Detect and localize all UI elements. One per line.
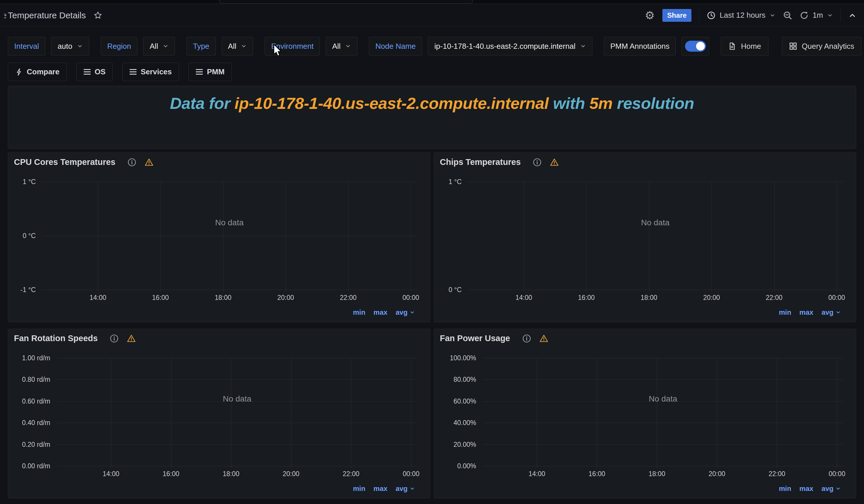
os-link[interactable]: OS [76, 63, 113, 81]
info-icon[interactable] [533, 158, 541, 167]
chevron-down-icon [410, 310, 415, 315]
plot-area[interactable]: No data 14:0016:0018:0020:0022:0000:00 [57, 358, 417, 466]
panel-header[interactable]: Chips Temperatures [440, 157, 850, 167]
navbar-actions: ⚙ Share Last 12 hours 1m [645, 9, 856, 22]
divider [699, 9, 699, 22]
dashboard-title[interactable]: Temperature Details [8, 11, 86, 20]
y-tick-label: 80.00% [454, 376, 476, 383]
interval-select[interactable]: auto [51, 37, 89, 56]
y-tick-label: 60.00% [454, 397, 476, 405]
warning-icon[interactable] [550, 158, 559, 167]
chart-fan-rotation-speeds: 1.00 rd/m0.80 rd/m0.60 rd/m0.40 rd/m0.20… [14, 358, 417, 466]
query-analytics-button[interactable]: Query Analytics [782, 37, 862, 56]
pmm-link[interactable]: PMM [189, 63, 232, 81]
legend-avg[interactable]: avg [821, 484, 841, 493]
node-name-select[interactable]: ip-10-178-1-40.us-east-2.compute.interna… [428, 37, 592, 56]
banner-node-name: ip-10-178-1-40.us-east-2.compute.interna… [235, 94, 549, 112]
chart-cpu-cores-temperatures: 1 °C0 °C-1 °C No data 14:0016:0018:0020:… [14, 182, 417, 290]
filter-pmm-annotations: PMM Annotations [604, 37, 709, 56]
legend-avg[interactable]: avg [396, 308, 415, 317]
panel-cpu-cores-temperatures: CPU Cores Temperatures 1 °C0 °C-1 °C No … [8, 152, 430, 322]
panel-title: Fan Power Usage [440, 334, 510, 343]
x-tick-label: 20:00 [709, 470, 725, 478]
plot-area[interactable]: No data 14:0016:0018:0020:0022:0000:00 [467, 182, 843, 290]
menu-icon [196, 69, 203, 75]
legend-max[interactable]: max [800, 308, 814, 317]
legend-max[interactable]: max [800, 484, 814, 493]
info-icon[interactable] [110, 334, 119, 343]
filters-right-actions: Home Query Analytics [721, 37, 861, 56]
legend-min[interactable]: min [353, 484, 365, 493]
panel-header[interactable]: Fan Rotation Speeds [14, 334, 424, 343]
chevron-down-icon [410, 486, 415, 491]
pmm-annotations-toggle[interactable] [682, 37, 709, 56]
panel-header[interactable]: CPU Cores Temperatures [14, 157, 424, 167]
v-gridline [111, 358, 111, 468]
panel-title: Fan Rotation Speeds [14, 334, 98, 343]
legend-min[interactable]: min [779, 484, 791, 493]
v-gridline [837, 182, 837, 292]
y-tick-label: 0 °C [448, 286, 461, 294]
v-gridline [837, 358, 837, 468]
region-label: Region [101, 37, 137, 56]
v-gridline [411, 358, 411, 468]
warning-icon[interactable] [144, 158, 154, 167]
top-strip [0, 0, 864, 4]
refresh-picker[interactable]: 1m [800, 11, 833, 20]
time-range-picker[interactable]: Last 12 hours [707, 11, 776, 20]
y-tick-label: 0.80 rd/m [22, 376, 50, 383]
warning-icon[interactable] [127, 334, 136, 343]
v-gridline [537, 358, 537, 468]
y-axis: 1 °C0 °C [440, 182, 461, 290]
services-link[interactable]: Services [122, 63, 179, 81]
info-icon[interactable] [128, 158, 136, 167]
plot-area[interactable]: No data 14:0016:0018:0020:0022:0000:00 [41, 182, 417, 290]
x-tick-label: 00:00 [828, 294, 845, 302]
zoom-out-icon[interactable] [783, 11, 792, 20]
home-button[interactable]: Home [721, 37, 768, 56]
y-axis: 1 °C0 °C-1 °C [14, 182, 36, 290]
chevron-down-icon [770, 12, 776, 18]
legend: min max avg [353, 308, 415, 317]
legend-avg[interactable]: avg [821, 308, 841, 317]
compare-link[interactable]: Compare [8, 63, 67, 81]
environment-select[interactable]: All [326, 37, 357, 56]
type-select[interactable]: All [222, 37, 253, 56]
legend-min[interactable]: min [779, 308, 791, 317]
legend-max[interactable]: max [374, 484, 387, 493]
warning-icon[interactable] [539, 334, 549, 343]
legend: min max avg [779, 484, 841, 493]
refresh-interval-label: 1m [813, 11, 823, 20]
x-tick-label: 16:00 [589, 470, 605, 478]
v-gridline [348, 182, 349, 292]
v-gridline [774, 182, 775, 292]
collapse-chevron-up-icon[interactable] [848, 11, 856, 20]
region-select[interactable]: All [143, 37, 175, 56]
search-bar-remnant[interactable] [219, 0, 473, 4]
v-gridline [223, 182, 224, 292]
chart-chips-temperatures: 1 °C0 °C No data 14:0016:0018:0020:0022:… [440, 182, 843, 290]
panel-chips-temperatures: Chips Temperatures 1 °C0 °C No data 14:0… [434, 152, 856, 322]
v-gridline [717, 358, 717, 468]
v-gridline [286, 182, 286, 292]
chevron-down-icon [836, 310, 841, 315]
chart-fan-power-usage: 100.00%80.00%60.00%40.00%20.00%0.00% No … [440, 358, 843, 466]
grid-icon [789, 42, 797, 50]
type-label: Type [187, 37, 216, 56]
share-button[interactable]: Share [662, 9, 692, 22]
legend-max[interactable]: max [374, 308, 387, 317]
legend-min[interactable]: min [353, 308, 365, 317]
toggle-switch-on[interactable] [685, 41, 706, 52]
legend-avg[interactable]: avg [396, 484, 415, 493]
info-icon[interactable] [523, 334, 531, 343]
chevron-down-icon [836, 486, 841, 491]
plot-area[interactable]: No data 14:0016:0018:0020:0022:0000:00 [483, 358, 843, 466]
y-tick-label: 40.00% [454, 419, 476, 427]
x-tick-label: 20:00 [277, 294, 294, 302]
filter-node-name: Node Name ip-10-178-1-40.us-east-2.compu… [369, 37, 592, 56]
favorite-star-icon[interactable] [93, 11, 103, 20]
panel-title: CPU Cores Temperatures [14, 157, 115, 167]
dashboard-screen: e Temperature Details ⚙ Share Last 12 ho… [0, 0, 864, 504]
panel-header[interactable]: Fan Power Usage [440, 334, 850, 343]
settings-gear-icon[interactable]: ⚙ [645, 10, 655, 21]
